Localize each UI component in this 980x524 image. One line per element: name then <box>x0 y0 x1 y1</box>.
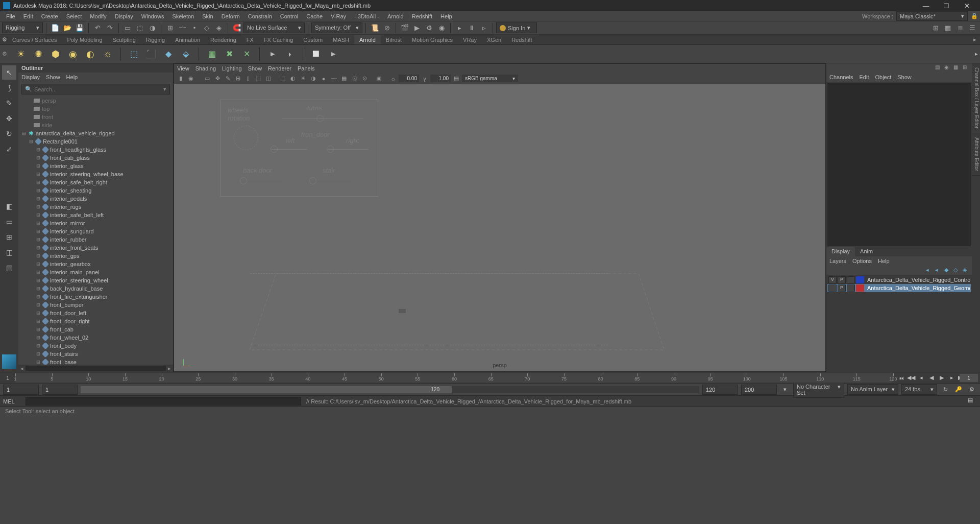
outliner-item[interactable]: ⊞interior_mirror <box>21 219 173 227</box>
layer-row[interactable]: V P Antarctica_Delta_Vehicle_Rigged_Cont… <box>827 276 971 284</box>
outliner-item[interactable]: ⊞front_cab <box>21 325 173 334</box>
lasso-select-icon[interactable]: ⬚ <box>134 22 145 34</box>
viewport-canvas[interactable]: wheels rotation turns fron_door left rig… <box>174 84 825 371</box>
tool-settings-icon[interactable]: ▦ <box>953 64 961 72</box>
outliner-camera-item[interactable]: front <box>21 113 173 121</box>
render-button-icon[interactable]: ▶ <box>265 46 280 62</box>
expand-icon[interactable]: ⊞ <box>36 253 41 258</box>
menu-create[interactable]: Create <box>37 13 62 19</box>
layer-move-up-icon[interactable]: ◂ <box>926 267 933 274</box>
expand-icon[interactable]: ⊞ <box>36 270 41 275</box>
expand-icon[interactable]: ⊞ <box>36 221 41 226</box>
expand-icon[interactable]: ⊞ <box>36 180 41 185</box>
vp-menu-shading[interactable]: Shading <box>195 65 216 72</box>
vp-film-gate-icon[interactable]: ▯ <box>243 74 253 83</box>
layer-visibility-toggle[interactable]: V <box>828 276 837 283</box>
shelf-tab-poly[interactable]: Poly Modeling <box>62 35 107 44</box>
expand-icon[interactable]: ⊞ <box>36 286 41 291</box>
outliner-camera-item[interactable]: persp <box>21 97 173 105</box>
layer-name[interactable]: Antarctica_Delta_Vehicle_Rigged_Geometry <box>865 285 970 291</box>
render-sequence-icon[interactable]: ▶ <box>326 46 341 62</box>
range-options-icon[interactable]: ▾ <box>780 385 790 395</box>
layer-new-selected-icon[interactable]: ◇ <box>953 267 961 274</box>
outliner-item[interactable]: ⊞interior_safe_belt_right <box>21 178 173 186</box>
shelf-menu-icon[interactable]: ⚙ <box>2 36 7 43</box>
single-pane-icon[interactable]: ▭ <box>2 215 16 229</box>
shelf-toggle-icon[interactable]: ▦ <box>942 22 953 34</box>
expand-icon[interactable]: ⊞ <box>36 188 41 193</box>
current-frame[interactable]: 1 <box>960 374 978 382</box>
vp-shadows-icon[interactable]: ◑ <box>309 74 318 83</box>
history-off-icon[interactable]: ⊘ <box>381 22 393 34</box>
outliner-menu-help[interactable]: Help <box>66 74 78 80</box>
open-scene-icon[interactable]: 📂 <box>62 22 73 34</box>
outliner-item[interactable]: ⊞front_bumper <box>21 301 173 309</box>
close-button[interactable]: ✕ <box>957 0 977 11</box>
channel-box-icon[interactable]: ▤ <box>935 64 942 72</box>
snap-plane-icon[interactable]: ◇ <box>201 22 212 34</box>
range-playback-start[interactable]: 1 <box>42 385 78 395</box>
standin-icon[interactable]: ⬚ <box>126 46 141 62</box>
expand-icon[interactable]: ⊞ <box>36 294 41 299</box>
shelf-tab-motiongraphics[interactable]: Motion Graphics <box>407 35 458 44</box>
scroll-track[interactable] <box>26 366 166 371</box>
vp-grid-icon[interactable]: ⊞ <box>233 74 242 83</box>
layer-tab-display[interactable]: Display <box>826 247 855 256</box>
scale-tool-icon[interactable]: ⤢ <box>2 142 16 156</box>
live-surface-icon[interactable]: 🧲 <box>231 22 242 34</box>
step-back-icon[interactable]: ◂ <box>917 373 926 383</box>
paint-tool-icon[interactable]: ✎ <box>2 96 16 110</box>
layer-name[interactable]: Antarctica_Delta_Vehicle_Rigged_Controll… <box>865 277 970 283</box>
outliner-item[interactable]: ⊞interior_steering_wheel_base <box>21 170 173 178</box>
vp-isolate-icon[interactable]: ▣ <box>374 74 383 83</box>
mode-dropdown[interactable]: Rigging▾ <box>2 22 43 33</box>
render-icon[interactable]: 🎬 <box>399 22 410 34</box>
menu-skeleton[interactable]: Skeleton <box>168 13 198 19</box>
outliner-item[interactable]: ⊞interior_front_seats <box>21 244 173 252</box>
stop-icon[interactable]: ▹ <box>478 22 489 34</box>
photometric-light-icon[interactable]: ◉ <box>65 46 81 62</box>
shelf-tab-sculpt[interactable]: Sculpting <box>108 35 141 44</box>
layer-menu-help[interactable]: Help <box>878 258 890 264</box>
outliner-item[interactable]: ⊞front_body <box>21 342 173 350</box>
collapse-icon[interactable]: ⊟ <box>21 131 27 136</box>
shelf-tab-rendering[interactable]: Rendering <box>205 35 241 44</box>
menu-3dtoall[interactable]: - 3DtoAll - <box>350 13 383 19</box>
outliner-item[interactable]: ⊞interior_safe_belt_left <box>21 211 173 219</box>
search-dropdown-icon[interactable]: ▾ <box>163 86 166 92</box>
outliner-item[interactable]: ⊞front_fire_extunguisher <box>21 293 173 301</box>
shelf-tab-animation[interactable]: Animation <box>170 35 205 44</box>
area-light-icon[interactable]: ☀ <box>13 46 29 62</box>
snap-live-icon[interactable]: ◈ <box>213 22 225 34</box>
outliner-item[interactable]: ⊞interior_rugs <box>21 203 173 211</box>
expand-icon[interactable]: ⊞ <box>36 343 41 348</box>
script-editor-icon[interactable]: ▤ <box>968 397 977 406</box>
step-back-key-icon[interactable]: ◀◀ <box>906 373 916 383</box>
vp-view-transform-icon[interactable]: ▤ <box>452 74 461 83</box>
redo-icon[interactable]: ↷ <box>104 22 115 34</box>
outliner-camera-item[interactable]: side <box>21 121 173 129</box>
menu-file[interactable]: File <box>2 13 19 19</box>
layer-display-type[interactable] <box>847 276 855 283</box>
two-pane-icon[interactable]: ◫ <box>2 245 16 259</box>
expand-icon[interactable]: ⊞ <box>36 237 41 242</box>
menu-redshift[interactable]: Redshift <box>408 13 436 19</box>
play-forward-icon[interactable]: ▶ <box>937 373 946 383</box>
expand-icon[interactable]: ⊞ <box>36 351 41 356</box>
layer-tab-anim[interactable]: Anim <box>855 247 878 256</box>
cb-menu-edit[interactable]: Edit <box>859 74 869 80</box>
vp-motion-blur-icon[interactable]: 〰 <box>329 74 338 83</box>
workspace-dropdown[interactable]: Maya Classic*▾ <box>896 11 968 21</box>
expand-icon[interactable]: ⊞ <box>36 360 41 365</box>
expand-icon[interactable]: ⊞ <box>36 163 41 169</box>
range-handle[interactable] <box>81 386 452 393</box>
last-tool-icon[interactable]: ◧ <box>2 199 16 213</box>
menu-arnold[interactable]: Arnold <box>383 13 408 19</box>
hypershade-icon[interactable]: ◉ <box>436 22 447 34</box>
vp-gamma-icon[interactable]: γ <box>420 74 429 83</box>
expand-icon[interactable]: ⊞ <box>36 302 41 307</box>
layer-row[interactable]: P Antarctica_Delta_Vehicle_Rigged_Geomet… <box>827 284 971 292</box>
anim-prefs-icon[interactable]: ⚙ <box>967 385 977 395</box>
side-tab-channel-box[interactable]: Channel Box / Layer Editor <box>972 63 980 133</box>
vp-select-camera-icon[interactable]: ▮ <box>176 74 185 83</box>
